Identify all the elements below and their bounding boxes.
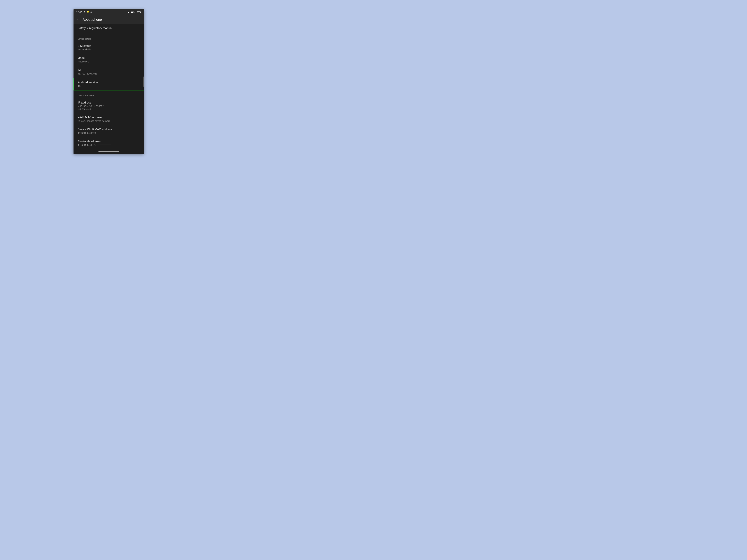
status-time: 12:48: [76, 11, 82, 14]
android-version-value: 13: [78, 85, 139, 87]
android-version-title: Android version: [78, 81, 139, 84]
safety-regulatory-title: Safety & regulatory manual: [78, 26, 140, 30]
bluetooth-address-title: Bluetooth address: [78, 140, 140, 143]
settings-list: Safety & regulatory manual Device detail…: [74, 24, 144, 149]
bluetooth-address-item[interactable]: Bluetooth address 0c:c4:13:2e:0e:0e: [74, 137, 144, 149]
content-area: Safety & regulatory manual Device detail…: [74, 24, 144, 149]
ip-address-value: fe80::304c:93ff:fe53:f572192.168.0.80: [78, 105, 140, 110]
battery-percent: 100%: [135, 11, 141, 14]
model-item[interactable]: Model Pixel 6 Pro: [74, 54, 144, 66]
status-right: ▲ 100%: [127, 11, 141, 14]
lightbulb-icon: 💡: [86, 11, 89, 14]
device-wifi-mac-item[interactable]: Device Wi-Fi MAC address 0c:c4:13:2e:0e:…: [74, 125, 144, 137]
gear-icon: ⚙: [83, 11, 85, 14]
phone-screen: 12:48 ⚙ 💡 ⊕ ▲ 100% ← About phone: [74, 9, 144, 154]
wifi-icon: ▲: [127, 11, 130, 14]
alert-icon: ⊕: [90, 11, 92, 13]
home-indicator: [74, 149, 144, 154]
wifi-mac-value: To view, choose saved network: [78, 119, 140, 122]
battery-icon: [131, 11, 134, 13]
safety-regulatory-item[interactable]: Safety & regulatory manual: [74, 24, 144, 34]
status-icons: ⚙ 💡 ⊕: [83, 11, 92, 14]
device-identifiers-header-text: Device identifiers: [78, 94, 95, 97]
android-version-item[interactable]: Android version 13: [74, 78, 144, 90]
back-button[interactable]: ←: [76, 18, 80, 22]
device-wifi-mac-value: 0c:c4:13:2e:0e:0f: [78, 132, 140, 134]
status-bar: 12:48 ⚙ 💡 ⊕ ▲ 100%: [74, 9, 144, 15]
sim-status-value: Not available: [78, 48, 140, 51]
wifi-mac-item[interactable]: Wi-Fi MAC address To view, choose saved …: [74, 113, 144, 125]
model-value: Pixel 6 Pro: [78, 60, 140, 63]
status-left: 12:48 ⚙ 💡 ⊕: [76, 11, 92, 14]
wifi-mac-title: Wi-Fi MAC address: [78, 116, 140, 119]
home-bar: [99, 151, 119, 152]
ip-address-item[interactable]: IP address fe80::304c:93ff:fe53:f572192.…: [74, 98, 144, 113]
top-navigation-bar: ← About phone: [74, 15, 144, 24]
sim-status-title: SIM status: [78, 44, 140, 48]
device-identifiers-header: Device identifiers: [74, 90, 144, 98]
scrollbar[interactable]: [143, 24, 144, 149]
device-wifi-mac-title: Device Wi-Fi MAC address: [78, 128, 140, 131]
imei-title: IMEI: [78, 69, 140, 72]
imei-item[interactable]: IMEI 357721782947683: [74, 66, 144, 78]
scroll-thumb[interactable]: [143, 77, 144, 87]
sim-status-item[interactable]: SIM status Not available: [74, 42, 144, 54]
model-title: Model: [78, 56, 140, 60]
device-details-header-text: Device details: [78, 37, 91, 40]
bluetooth-address-value: 0c:c4:13:2e:0e:0e: [78, 144, 140, 146]
device-details-header: Device details: [74, 34, 144, 42]
ip-address-title: IP address: [78, 101, 140, 104]
imei-value: 357721782947683: [78, 72, 140, 75]
page-title: About phone: [83, 18, 102, 22]
